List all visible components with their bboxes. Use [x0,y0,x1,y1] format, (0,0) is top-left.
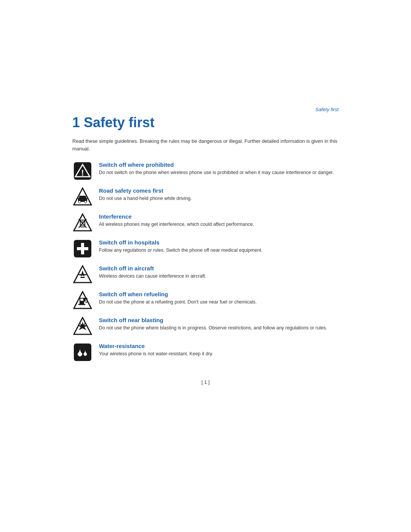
aircraft-title: Switch off in aircraft [99,265,339,272]
road-icon [72,187,93,207]
blasting-desc: Do not use the phone where blasting is i… [99,324,339,332]
svg-point-7 [84,201,87,203]
chapter-label: Safety first [72,107,339,112]
blasting-icon [72,316,93,337]
interference-content: Interference All wireless phones may get… [99,212,339,228]
svg-rect-24 [74,343,91,361]
aircraft-content: Switch off in aircraft Wireless devices … [99,264,339,280]
safety-item-blasting: Switch off near blasting Do not use the … [72,316,339,337]
water-title: Water-resistance [99,343,339,349]
safety-item-road: Road safety comes first Do not use a han… [72,187,339,207]
svg-point-6 [78,201,81,203]
refuel-icon [72,290,93,311]
water-content: Water-resistance Your wireless phone is … [99,342,339,358]
hospital-desc: Follow any regulations or rules. Switch … [99,247,339,254]
safety-item-prohibited: ! Switch off where prohibited Do not swi… [72,161,339,181]
page-container: Safety first 1Safety first Read these si… [72,0,339,532]
intro-text: Read these simple guidelines. Breaking t… [72,137,339,152]
prohibited-icon: ! [72,161,93,181]
blasting-content: Switch off near blasting Do not use the … [99,316,339,332]
refuel-title: Switch off when refueling [99,291,339,297]
interference-desc: All wireless phones may get interference… [99,221,339,228]
chapter-number: 1 [72,115,80,130]
road-content: Road safety comes first Do not use a han… [99,187,339,202]
page-number: [ 1 ] [72,379,339,385]
water-icon [72,342,93,363]
prohibited-content: Switch off where prohibited Do not switc… [99,161,339,176]
svg-text:!: ! [81,168,84,177]
svg-rect-16 [77,247,88,250]
road-title: Road safety comes first [99,187,339,194]
svg-rect-20 [80,299,83,301]
prohibited-title: Switch off where prohibited [99,161,339,168]
safety-item-water: Water-resistance Your wireless phone is … [72,342,339,363]
interference-icon [72,212,93,233]
svg-rect-22 [78,304,85,305]
refuel-content: Switch off when refueling Do not use the… [99,290,339,306]
aircraft-desc: Wireless devices can cause interference … [99,273,339,280]
safety-item-interference: Interference All wireless phones may get… [72,212,339,233]
hospital-icon [72,238,93,259]
road-desc: Do not use a hand-held phone while drivi… [99,195,339,202]
svg-marker-8 [74,214,91,231]
prohibited-desc: Do not switch on the phone when wireless… [99,169,339,176]
water-desc: Your wireless phone is not water-resista… [99,350,339,358]
safety-item-hospital: Switch off in hospitals Follow any regul… [72,238,339,259]
interference-title: Interference [99,213,339,220]
hospital-content: Switch off in hospitals Follow any regul… [99,238,339,254]
svg-rect-5 [79,196,86,199]
safety-items-list: ! Switch off where prohibited Do not swi… [72,161,339,368]
svg-rect-21 [84,298,86,302]
blasting-title: Switch off near blasting [99,317,339,323]
aircraft-icon [72,264,93,285]
chapter-title: 1Safety first [72,115,339,131]
safety-item-refuel: Switch off when refueling Do not use the… [72,290,339,311]
refuel-desc: Do not use the phone at a refueling poin… [99,299,339,306]
hospital-title: Switch off in hospitals [99,239,339,246]
safety-item-aircraft: Switch off in aircraft Wireless devices … [72,264,339,285]
